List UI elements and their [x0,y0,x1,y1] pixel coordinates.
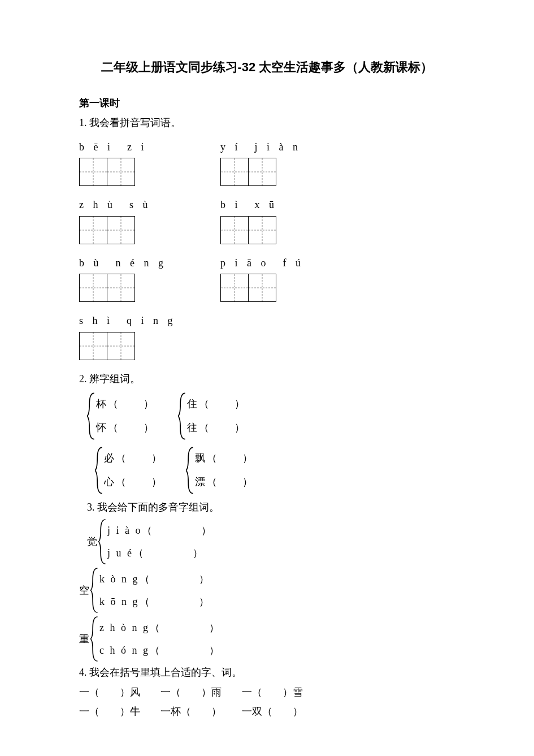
q1-row2-pinyin: z h ù s ù b ì x ū [79,196,455,214]
tian-box[interactable] [107,274,135,302]
tian-box[interactable] [79,216,107,244]
worksheet-page: 二年级上册语文同步练习-32 太空生活趣事多（人教新课标） 第一课时 1. 我会… [0,0,534,754]
q3-label: 空 [79,568,90,613]
tian-box[interactable] [220,158,249,186]
brace-icon [87,392,95,440]
tian-pair[interactable] [79,216,220,244]
tian-pair[interactable] [79,158,220,186]
tian-pair[interactable] [79,332,220,360]
q3-prompt: 3. 我会给下面的多音字组词。 [87,499,455,516]
q4-prompt: 4. 我会在括号里填上合适的字、词。 [79,664,455,681]
tian-pair[interactable] [79,274,220,302]
tian-pair[interactable] [220,158,362,186]
q2-group2: 住（ ） 往（ ） [178,392,246,440]
page-title: 二年级上册语文同步练习-32 太空生活趣事多（人教新课标） [79,57,455,77]
tian-box[interactable] [79,274,107,302]
q3-reading[interactable]: j i à o（ ） [107,522,214,539]
q1-row4-boxes [79,332,455,360]
q2-group3: 必（ ） 心（ ） [95,447,163,494]
tian-box[interactable] [79,332,107,360]
pinyin-text: b ù n é n g [79,257,167,269]
q2-item[interactable]: 必（ ） [104,450,163,467]
q3-group-kong: 空 k ò n g（ ） k ō n g（ ） [79,568,455,613]
q3-label: 重 [79,616,90,662]
q3-reading[interactable]: j u é（ ） [107,545,214,562]
q2-item[interactable]: 漂（ ） [195,473,254,491]
lesson-header: 第一课时 [79,94,455,112]
q2-item[interactable]: 住（ ） [187,395,246,413]
q1-row4-pinyin: s h ì q i n g [79,312,455,330]
brace-icon [98,519,106,564]
q1-prompt: 1. 我会看拼音写词语。 [79,114,455,132]
q2-prompt: 2. 辨字组词。 [79,370,455,388]
tian-box[interactable] [220,274,249,302]
tian-box[interactable] [107,158,135,186]
q4-line1[interactable]: 一（ ）风 一（ ）雨 一（ ）雪 [79,684,455,701]
brace-icon [95,447,103,494]
brace-icon [178,392,186,440]
pinyin-text: s h ì q i n g [79,315,176,326]
tian-box[interactable] [79,158,107,186]
q3-label: 觉 [87,519,98,564]
q1-row3-pinyin: b ù n é n g p i ā o f ú [79,254,455,272]
q3-group-zhong: 重 z h ò n g（ ） c h ó n g（ ） [79,616,455,662]
q2-item[interactable]: 怀（ ） [96,419,155,437]
q2-item[interactable]: 杯（ ） [96,395,155,413]
tian-pair[interactable] [220,216,362,244]
q3-reading[interactable]: c h ó n g（ ） [99,642,221,659]
pinyin-text: y í j i à n [220,141,301,153]
pinyin-text: p i ā o f ú [220,257,304,269]
tian-box[interactable] [220,216,249,244]
q2-group1: 杯（ ） 怀（ ） [87,392,155,440]
tian-pair[interactable] [220,274,362,302]
q2-group4: 飘（ ） 漂（ ） [186,447,254,494]
pinyin-text: z h ù s ù [79,199,151,210]
brace-icon [90,616,98,662]
q1-row2-boxes [79,216,455,244]
q3-group-jue: 觉 j i à o（ ） j u é（ ） [87,519,455,564]
q2-item[interactable]: 飘（ ） [195,450,254,467]
q1-row1-boxes [79,158,455,186]
pinyin-text: b ì x ū [220,199,277,210]
q1-row3-boxes [79,274,455,302]
q2-item[interactable]: 往（ ） [187,419,246,437]
tian-box[interactable] [107,216,135,244]
brace-icon [90,568,98,613]
q1-row1-pinyin: b ē i z i y í j i à n [79,139,455,156]
tian-box[interactable] [248,158,276,186]
tian-box[interactable] [248,274,276,302]
q3-reading[interactable]: k ō n g（ ） [99,593,211,611]
tian-box[interactable] [107,332,135,360]
q2-row2: 必（ ） 心（ ） 飘（ ） 漂（ ） [95,444,455,496]
q2-row1: 杯（ ） 怀（ ） 住（ ） 往（ ） [87,390,455,442]
pinyin-text: b ē i z i [79,141,147,153]
tian-box[interactable] [248,216,276,244]
brace-icon [186,447,194,494]
q3-reading[interactable]: k ò n g（ ） [99,571,211,588]
q3-reading[interactable]: z h ò n g（ ） [99,619,221,637]
q4-line2[interactable]: 一（ ）牛 一杯（ ） 一双（ ） [79,703,455,720]
q2-item[interactable]: 心（ ） [104,473,163,491]
